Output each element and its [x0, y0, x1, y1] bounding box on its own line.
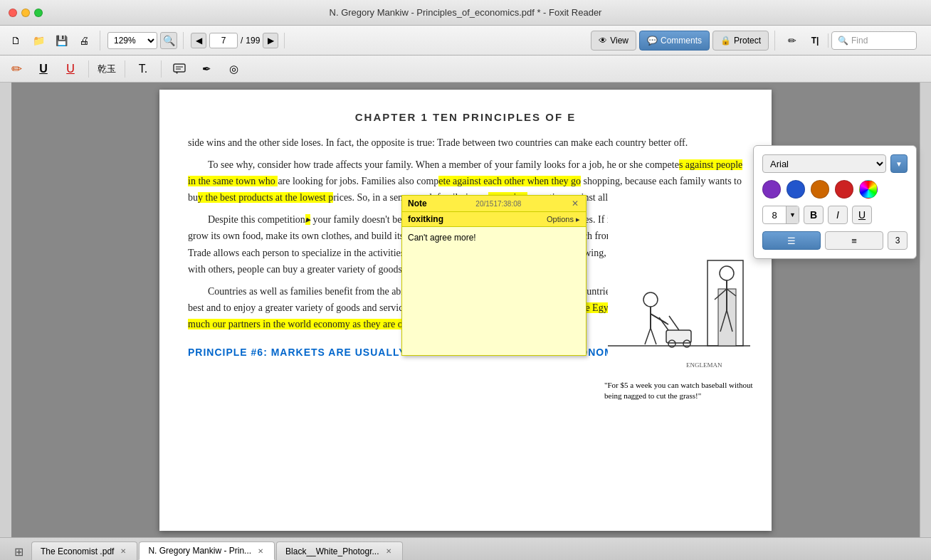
page-input[interactable]: [209, 33, 238, 48]
separator-2: [125, 60, 125, 78]
indent-value: 3: [888, 231, 908, 250]
annotation-toolbar: ✏ U U 乾玉 T. ✒ ◎: [0, 56, 931, 83]
italic-button[interactable]: I: [828, 206, 848, 224]
tab-economist[interactable]: The Economist .pdf ✕: [31, 541, 137, 560]
color-row: [762, 180, 908, 199]
illustration-svg: ENGLEMAN: [608, 189, 750, 374]
zoom-icon[interactable]: 🔍: [160, 32, 177, 49]
color-wheel[interactable]: [859, 180, 878, 199]
note-header: Note 20/1517:38:08 ✕: [402, 196, 586, 212]
file-icons-group: 🗋 📁 💾 🖨: [6, 31, 100, 51]
zoom-select[interactable]: 129%: [107, 32, 157, 49]
new-window-button[interactable]: ⊞: [10, 543, 27, 560]
left-panel: [0, 83, 11, 537]
lock-icon: 🔒: [720, 36, 731, 46]
maximize-button[interactable]: [34, 9, 43, 17]
pencil-tool[interactable]: ✏: [6, 59, 27, 79]
font-panel: Arial ▼ ▼ B I U ☰ ≡ 3: [753, 145, 917, 259]
marker-tool[interactable]: ✒: [196, 59, 217, 79]
protect-button[interactable]: 🔒 Protect: [712, 31, 769, 51]
main-toolbar: 🗋 📁 💾 🖨 129% 🔍 ◀ / 199 ▶ 👁 View 💬 Commen…: [0, 26, 931, 56]
align-center-button[interactable]: ≡: [825, 231, 883, 250]
main-content: CHAPTER 1 TEN PRINCIPLES OF E side wins …: [0, 83, 931, 537]
separator-3: [161, 60, 162, 78]
save-icon[interactable]: 💾: [51, 31, 71, 51]
open-icon[interactable]: 📁: [28, 31, 48, 51]
tab-mankiw[interactable]: N. Gregory Mankiw - Prin... ✕: [139, 541, 275, 560]
page-total: 199: [246, 36, 260, 46]
titlebar-left: [9, 9, 43, 17]
close-button[interactable]: [9, 9, 17, 17]
font-size-dropdown[interactable]: ▼: [786, 206, 799, 224]
comments-icon: 💬: [647, 36, 658, 46]
window-title: N. Gregory Mankiw - Principles_of_econom…: [330, 7, 602, 18]
tab-bar-left: ⊞: [6, 543, 31, 560]
tab-photo[interactable]: Black__White_Photogr... ✕: [276, 541, 402, 560]
note-close-button[interactable]: ✕: [570, 199, 580, 208]
find-box: 🔍 Find: [831, 31, 917, 50]
tab-photo-label: Black__White_Photogr...: [285, 546, 379, 556]
underline-tool-1[interactable]: U: [33, 59, 54, 79]
note-body-extra: [402, 284, 586, 355]
note-body[interactable]: Can't agree more!: [402, 227, 586, 284]
tab-economist-close[interactable]: ✕: [118, 546, 128, 556]
color-red[interactable]: [835, 180, 853, 199]
comment-tool[interactable]: [169, 59, 190, 79]
minimize-button[interactable]: [21, 9, 30, 17]
note-timestamp: 20/1517:38:08: [475, 200, 521, 208]
text-tool[interactable]: T.: [132, 59, 154, 79]
note-options-button[interactable]: Options ▸: [547, 215, 580, 224]
separator-1: [88, 60, 89, 78]
tab-photo-close[interactable]: ✕: [384, 546, 394, 556]
view-comments-protect-group: 👁 View 💬 Comments 🔒 Protect: [591, 31, 775, 51]
page-nav-group: ◀ / 199 ▶: [191, 33, 285, 48]
tab-mankiw-close[interactable]: ✕: [256, 546, 265, 556]
underline-button[interactable]: U: [852, 206, 872, 224]
separator: [828, 33, 829, 48]
tab-economist-label: The Economist .pdf: [41, 546, 114, 556]
font-size-input-group: ▼: [762, 206, 799, 224]
paragraph-1: side wins and the other side loses. In f…: [188, 134, 743, 151]
chinese-chars-btn[interactable]: 乾玉: [96, 59, 117, 79]
svg-rect-0: [174, 64, 185, 72]
page-next-button[interactable]: ▶: [263, 33, 278, 48]
font-name-row: Arial ▼: [762, 154, 908, 173]
font-dropdown-button[interactable]: ▼: [890, 154, 908, 173]
color-purple[interactable]: [762, 180, 781, 199]
note-title: Note: [408, 199, 427, 208]
underline-tool-2[interactable]: U: [60, 59, 81, 79]
text-cursor-icon[interactable]: T|: [805, 31, 825, 51]
size-style-row: ▼ B I U: [762, 206, 908, 224]
note-popup: Note 20/1517:38:08 ✕ foxitking Options ▸…: [401, 195, 587, 356]
comments-button[interactable]: 💬 Comments: [639, 31, 710, 51]
color-orange[interactable]: [811, 180, 829, 199]
print-icon[interactable]: 🖨: [74, 31, 94, 51]
page-prev-button[interactable]: ◀: [191, 33, 206, 48]
tab-mankiw-label: N. Gregory Mankiw - Prin...: [148, 546, 251, 556]
color-blue[interactable]: [787, 180, 805, 199]
align-left-button[interactable]: ☰: [762, 231, 821, 250]
svg-rect-4: [608, 189, 750, 374]
svg-text:ENGLEMAN: ENGLEMAN: [686, 361, 722, 369]
svg-marker-1: [175, 72, 178, 74]
right-scrollbar[interactable]: [920, 83, 931, 537]
search-icon: 🔍: [838, 36, 848, 46]
right-tools-group: ✏ T| 🔍 Find: [782, 31, 922, 51]
font-select[interactable]: Arial: [762, 154, 886, 173]
view-button[interactable]: 👁 View: [591, 31, 636, 51]
find-placeholder: Find: [851, 36, 868, 46]
illustration-area: ENGLEMAN "For $5 a week you can watch ba…: [604, 189, 754, 402]
eraser-tool[interactable]: ◎: [223, 59, 244, 79]
zoom-group: 129% 🔍: [107, 32, 184, 49]
bold-button[interactable]: B: [804, 206, 824, 224]
titlebar: N. Gregory Mankiw - Principles_of_econom…: [0, 0, 931, 26]
pdf-page: CHAPTER 1 TEN PRINCIPLES OF E side wins …: [159, 90, 772, 531]
new-icon[interactable]: 🗋: [6, 31, 26, 51]
pen-icon[interactable]: ✏: [782, 31, 802, 51]
tab-bar: ⊞ The Economist .pdf ✕ N. Gregory Mankiw…: [0, 537, 931, 560]
note-user-row: foxitking Options ▸: [402, 212, 586, 227]
font-size-input[interactable]: [763, 210, 786, 221]
comment-icon: [173, 63, 186, 75]
page-separator: /: [241, 36, 243, 46]
note-user: foxitking: [408, 214, 443, 224]
